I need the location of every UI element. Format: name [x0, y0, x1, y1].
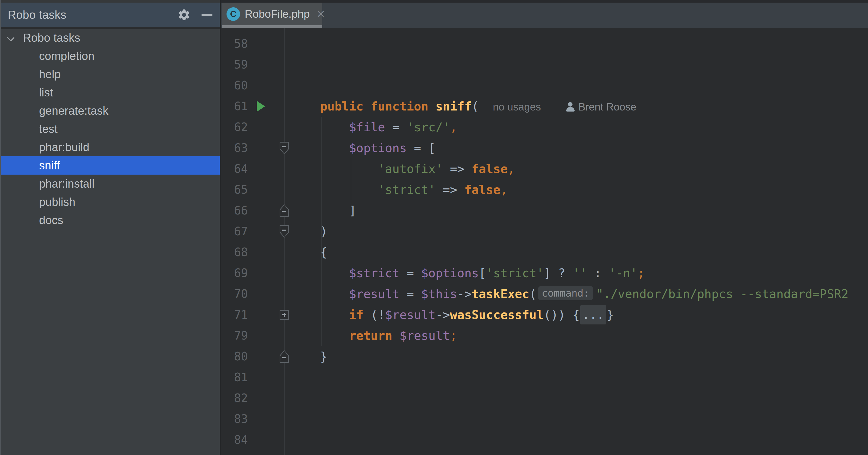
- fold-down-icon[interactable]: [280, 142, 289, 154]
- indent-guide: [351, 159, 351, 200]
- code-text: 'strict' => false,: [291, 179, 868, 200]
- panel-header-actions: [177, 3, 213, 27]
- line-number: 62: [221, 117, 248, 138]
- code-line-66[interactable]: 66 ]: [221, 200, 868, 221]
- code-text: $result = $this->taskExec(command:"./ven…: [291, 284, 868, 304]
- tree-item-publish[interactable]: publish: [0, 193, 220, 211]
- tree-item-robo-tasks-root[interactable]: Robo tasks: [0, 29, 220, 47]
- run-line-icon[interactable]: [257, 101, 265, 112]
- code-text: $options = [: [291, 138, 868, 159]
- editor-area: C RoboFile.php ✕ 58596061 public functio…: [221, 0, 868, 455]
- author-name: Brent Roose: [579, 101, 636, 113]
- panel-header: Robo tasks: [0, 3, 220, 27]
- code-text: $file = 'src/',: [291, 117, 868, 138]
- code-text: if (!$result->wasSuccessful()) {...}: [291, 304, 868, 325]
- tree-item-label: phar:install: [0, 177, 94, 190]
- hide-tool-window-icon[interactable]: [201, 8, 213, 22]
- author-annotation[interactable]: Brent Roose: [566, 101, 636, 113]
- tree-item-label: generate:task: [0, 104, 108, 117]
- folded-region[interactable]: ...: [580, 305, 606, 324]
- code-line-69[interactable]: 69 $strict = $options['strict'] ? '' : '…: [221, 263, 868, 284]
- code-line-65[interactable]: 65 'strict' => false,: [221, 179, 868, 200]
- code-line-68[interactable]: 68 {: [221, 242, 868, 263]
- code-text: $strict = $options['strict'] ? '' : '-n'…: [291, 263, 868, 284]
- fold-down-icon[interactable]: [280, 225, 289, 238]
- tree-item-help[interactable]: help: [0, 65, 220, 83]
- tree-item-label: test: [0, 122, 58, 135]
- tree-item-label: help: [0, 68, 61, 81]
- tab-label: RoboFile.php: [245, 8, 310, 20]
- parameter-hint: command:: [538, 286, 593, 300]
- close-tab-icon[interactable]: ✕: [317, 9, 326, 19]
- code-area[interactable]: 58596061 public function sniff(no usages…: [221, 28, 868, 450]
- robo-tasks-tool-window: Robo tasks Robo taskscompletionhelplistg…: [0, 0, 221, 455]
- tree-item-test[interactable]: test: [0, 120, 220, 138]
- line-number: 71: [221, 304, 248, 325]
- tree-item-label: docs: [0, 214, 63, 226]
- code-line-67[interactable]: 67 ): [221, 221, 868, 242]
- code-line-82[interactable]: 82: [221, 388, 868, 408]
- code-line-62[interactable]: 62 $file = 'src/',: [221, 117, 868, 138]
- line-number: 83: [221, 408, 248, 429]
- tree-item-label: publish: [0, 195, 75, 208]
- line-number: 63: [221, 138, 248, 159]
- line-number: 61: [221, 96, 248, 117]
- indent-guide: [321, 117, 321, 346]
- code-line-58[interactable]: 58: [221, 33, 868, 54]
- code-line-80[interactable]: 80 }: [221, 346, 868, 367]
- line-number: 64: [221, 159, 248, 179]
- tree-item-docs[interactable]: docs: [0, 211, 220, 229]
- line-number: 82: [221, 388, 248, 408]
- code-text: }: [291, 346, 868, 367]
- code-line-70[interactable]: 70 $result = $this->taskExec(command:"./…: [221, 284, 868, 304]
- tree-item-sniff[interactable]: sniff: [0, 157, 220, 175]
- code-text: 'autofix' => false,: [291, 159, 868, 179]
- fold-plus-icon[interactable]: [280, 310, 289, 320]
- panel-title: Robo tasks: [0, 8, 66, 21]
- tree-item-label: sniff: [0, 159, 60, 172]
- line-number: 80: [221, 346, 248, 367]
- line-number: 84: [221, 429, 248, 450]
- line-number: 69: [221, 263, 248, 284]
- code-line-61[interactable]: 61 public function sniff(no usagesBrent …: [221, 96, 868, 117]
- code-line-71[interactable]: 71 if (!$result->wasSuccessful()) {...}: [221, 304, 868, 325]
- tab-robofile-php[interactable]: C RoboFile.php ✕: [222, 3, 322, 25]
- code-text: public function sniff(no usagesBrent Roo…: [291, 96, 868, 117]
- line-number: 81: [221, 367, 248, 388]
- tree-item-label: list: [0, 86, 53, 99]
- line-number: 68: [221, 242, 248, 263]
- code-line-63[interactable]: 63 $options = [: [221, 138, 868, 159]
- line-number: 67: [221, 221, 248, 242]
- tree-item-label: phar:build: [0, 141, 89, 153]
- usages-hint[interactable]: no usages: [493, 101, 541, 113]
- line-number: 65: [221, 179, 248, 200]
- tree-item-phar-install[interactable]: phar:install: [0, 175, 220, 193]
- code-line-84[interactable]: 84: [221, 429, 868, 450]
- fold-up-icon[interactable]: [280, 204, 289, 217]
- code-text: ): [291, 221, 868, 242]
- line-number: 79: [221, 325, 248, 346]
- tree-item-completion[interactable]: completion: [0, 47, 220, 65]
- line-number: 59: [221, 54, 248, 75]
- tree-item-phar-build[interactable]: phar:build: [0, 138, 220, 157]
- tree-item-generate-task[interactable]: generate:task: [0, 102, 220, 120]
- code-line-81[interactable]: 81: [221, 367, 868, 388]
- code-text: {: [291, 242, 868, 263]
- code-text: return $result;: [291, 325, 868, 346]
- code-line-83[interactable]: 83: [221, 408, 868, 429]
- ide-window: Robo tasks Robo taskscompletionhelplistg…: [0, 0, 868, 455]
- line-number: 58: [221, 33, 248, 54]
- line-number: 66: [221, 200, 248, 221]
- editor-body[interactable]: 58596061 public function sniff(no usages…: [221, 28, 868, 455]
- code-line-64[interactable]: 64 'autofix' => false,: [221, 159, 868, 179]
- settings-icon[interactable]: [177, 8, 191, 22]
- tree-item-list[interactable]: list: [0, 83, 220, 102]
- php-class-icon: C: [226, 7, 240, 21]
- line-number: 70: [221, 284, 248, 304]
- code-line-79[interactable]: 79 return $result;: [221, 325, 868, 346]
- code-line-59[interactable]: 59: [221, 54, 868, 75]
- window-top-strip: [0, 0, 220, 3]
- person-icon: [566, 102, 575, 113]
- code-line-60[interactable]: 60: [221, 75, 868, 96]
- fold-up-icon[interactable]: [280, 350, 289, 363]
